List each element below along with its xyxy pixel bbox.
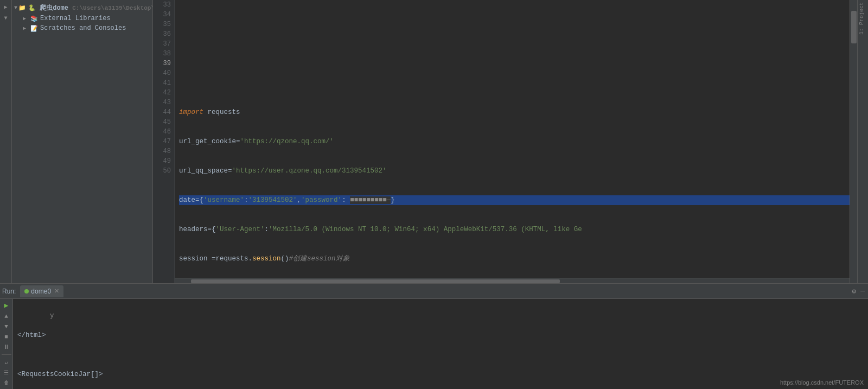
python-icon: 🐍 <box>28 5 36 11</box>
bottom-content: ▶ ▲ ▼ ■ ⏸ ↵ ☰ 🗑 y </html> <RequestsCooki… <box>0 299 868 389</box>
stop-button[interactable]: ■ <box>2 333 11 341</box>
project-path: C:\Users\a3139\Desktop\projects\爬虫dome <box>72 5 153 11</box>
run-tab-bar: Run: dome0 ✕ ⚙ — <box>0 284 868 299</box>
panel-label-1[interactable]: 1: Project <box>858 0 868 37</box>
line-num-50: 50 <box>153 166 171 176</box>
code-line-37: url_get_cookie='https://qzone.qq.com/' <box>179 137 850 146</box>
line-num-38: 38 <box>153 49 171 59</box>
v-scrollbar-thumb[interactable] <box>851 11 857 43</box>
scroll-down-button[interactable]: ▼ <box>2 322 11 330</box>
line-num-44: 44 <box>153 107 171 117</box>
console-line-1: y <box>17 311 864 321</box>
scratches-icon: 📝 <box>30 25 38 32</box>
code-line-36: import requests <box>179 107 850 117</box>
expand-btn[interactable]: ▼ <box>1 13 11 23</box>
arrow-icon: ▶ <box>23 25 29 31</box>
run-tab-dome0[interactable]: dome0 ✕ <box>20 285 63 297</box>
run-panel-toolbar: ⚙ — <box>851 286 866 297</box>
console-line-4: <RequestsCookieJar[]> <box>17 369 864 379</box>
scratches-label: Scratches and Consoles <box>40 24 126 32</box>
output-options-button[interactable]: ☰ <box>2 368 11 377</box>
arrow-icon: ▼ <box>14 5 17 11</box>
console-line-2: </html> <box>17 330 864 340</box>
line-num-45: 45 <box>153 117 171 127</box>
code-line-41: session =requests.session()#创建session对象 <box>179 254 850 264</box>
line-num-46: 46 <box>153 127 171 137</box>
right-panel-strip: 1: Project <box>857 0 868 283</box>
console-output[interactable]: y </html> <RequestsCookieJar[]> Process … <box>13 299 868 389</box>
line-num-37: 37 <box>153 39 171 49</box>
collapse-btn[interactable]: ▶ <box>1 2 11 12</box>
left-tool-strip: ▶ ▼ <box>0 0 12 283</box>
line-num-35: 35 <box>153 20 171 29</box>
editor-area: 33 34 35 36 37 38 39 40 41 42 43 44 45 4… <box>153 0 857 283</box>
line-num-42: 42 <box>153 88 171 98</box>
horizontal-scrollbar[interactable] <box>175 278 850 283</box>
line-num-49: 49 <box>153 156 171 166</box>
line-num-48: 48 <box>153 146 171 156</box>
code-line-39: date={'username':'3139541502','password'… <box>179 195 850 205</box>
run-status-dot <box>24 289 29 294</box>
code-line-34 <box>179 49 850 59</box>
console-line-3 <box>17 350 864 360</box>
clear-console-button[interactable]: 🗑 <box>2 379 11 387</box>
line-num-40: 40 <box>153 68 171 78</box>
arrow-icon: ▶ <box>23 15 29 22</box>
code-editor[interactable]: import requests url_get_cookie='https://… <box>175 0 850 283</box>
code-line-33 <box>179 20 850 29</box>
sidebar-item-external-libs[interactable]: ▶ 📚 External Libraries <box>12 14 152 23</box>
line-num-36: 36 <box>153 29 171 39</box>
library-icon: 📚 <box>30 15 38 22</box>
right-scrollbar[interactable] <box>850 0 857 283</box>
run-toolbar: ▶ ▲ ▼ ■ ⏸ ↵ ☰ 🗑 <box>0 299 13 389</box>
bottom-right-link: https://blog.csdn.net/FUTEROX <box>780 379 864 386</box>
line-num-43: 43 <box>153 98 171 107</box>
line-num-39: 39 <box>153 59 171 68</box>
settings-icon[interactable]: ⚙ <box>851 286 857 297</box>
line-num-41: 41 <box>153 78 171 88</box>
bottom-panel: Run: dome0 ✕ ⚙ — ▶ ▲ ▼ ■ ⏸ ↵ ☰ 🗑 y </htm… <box>0 283 868 389</box>
close-tab-button[interactable]: ✕ <box>54 288 59 295</box>
line-num-33: 33 <box>153 0 171 10</box>
code-line-35 <box>179 78 850 88</box>
run-button[interactable]: ▶ <box>2 301 11 310</box>
project-sidebar: ▼ 📁 🐍 爬虫dome C:\Users\a3139\Desktop\proj… <box>12 0 153 283</box>
scroll-up-button[interactable]: ▲ <box>2 312 11 320</box>
run-tab-name: dome0 <box>31 288 51 295</box>
line-numbers: 33 34 35 36 37 38 39 40 41 42 43 44 45 4… <box>153 0 175 283</box>
sidebar-item-scratches[interactable]: ▶ 📝 Scratches and Consoles <box>12 23 152 33</box>
run-label: Run: <box>2 288 16 295</box>
pause-button[interactable]: ⏸ <box>2 343 11 351</box>
minimize-panel-icon[interactable]: — <box>859 286 866 297</box>
folder-icon: 📁 <box>18 4 26 11</box>
soft-wrap-button[interactable]: ↵ <box>2 358 11 366</box>
line-num-47: 47 <box>153 137 171 146</box>
line-num-34: 34 <box>153 10 171 20</box>
h-scrollbar-thumb[interactable] <box>191 279 560 283</box>
external-libraries-label: External Libraries <box>40 15 111 22</box>
code-line-40: headers={'User-Agent':'Mozilla/5.0 (Wind… <box>179 225 850 234</box>
sidebar-item-project[interactable]: ▼ 📁 🐍 爬虫dome C:\Users\a3139\Desktop\proj… <box>12 2 152 14</box>
code-line-38: url_qq_space='https://user.qzone.qq.com/… <box>179 166 850 176</box>
project-name: 🐍 爬虫dome C:\Users\a3139\Desktop\projects… <box>28 3 153 12</box>
